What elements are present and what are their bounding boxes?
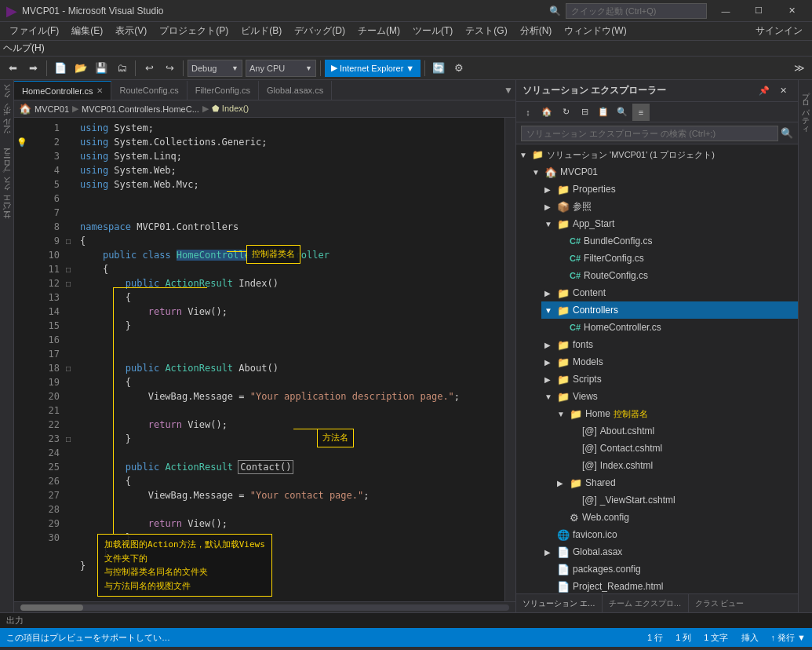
tree-project-mvcp01[interactable]: ▼ 🏠 MVCP01 <box>529 163 798 181</box>
tree-homecontroller[interactable]: C# HomeController.cs 控制器类，控制器名必须以Control… <box>554 319 798 336</box>
undo-button[interactable]: ↩ <box>140 59 158 78</box>
back-button[interactable]: ⬅ <box>3 59 22 78</box>
tree-globalasax[interactable]: ▶ 📄 Global.asax <box>541 543 798 561</box>
minimize-button[interactable]: — <box>712 0 740 22</box>
menu-file[interactable]: ファイル(F) <box>3 22 65 41</box>
se-search-input[interactable] <box>521 126 778 141</box>
menu-window[interactable]: ウィンドウ(W) <box>558 22 632 41</box>
close-button[interactable]: ✕ <box>777 0 806 22</box>
toolbar-more[interactable]: ≫ <box>790 59 809 78</box>
tab-overflow-button[interactable]: ▼ <box>501 81 515 100</box>
menu-test[interactable]: テスト(G) <box>459 22 513 41</box>
se-properties-button[interactable]: ≡ <box>632 104 650 121</box>
quick-launch-input[interactable] <box>566 3 707 19</box>
save-all-button[interactable]: 🗂 <box>112 59 131 78</box>
output-bar: 出力 <box>0 612 812 628</box>
se-tab-team[interactable]: チーム エクスプロ… <box>603 594 689 613</box>
tree-references[interactable]: ▶ 📦 参照 <box>541 198 798 215</box>
status-row: 1 行 <box>647 632 663 644</box>
se-tab-class[interactable]: クラス ビュー <box>689 594 751 613</box>
tree-routeconfig[interactable]: C# RouteConfig.cs <box>554 267 798 284</box>
se-tab-solution[interactable]: ソリューション エ… <box>516 594 603 613</box>
forward-button[interactable]: ➡ <box>24 59 42 78</box>
menu-analyze[interactable]: 分析(N) <box>514 22 559 41</box>
maximize-button[interactable]: ☐ <box>745 0 773 22</box>
tree-properties[interactable]: ▶ 📁 Properties <box>541 181 798 198</box>
start-button[interactable]: ▶ Internet Explorer ▼ <box>325 60 421 77</box>
se-pin-button[interactable]: 📌 <box>756 82 773 100</box>
lightbulb-icon[interactable]: 💡 <box>16 137 27 148</box>
tree-content[interactable]: ▶ 📁 Content <box>541 284 798 301</box>
tree-app-start[interactable]: ▼ 📁 App_Start <box>541 215 798 232</box>
se-close-button[interactable]: ✕ <box>774 82 792 100</box>
tree-solution-root[interactable]: ▼ 📁 ソリューション 'MVCP01' (1 プロジェクト) <box>516 146 798 163</box>
breadcrumb-method[interactable]: ⬟ Index() <box>212 104 249 114</box>
debug-mode-dropdown[interactable]: Debug ▼ <box>188 60 242 77</box>
menu-build[interactable]: ビルド(B) <box>235 22 288 41</box>
settings-button[interactable]: ⚙ <box>450 59 468 78</box>
toolbar: ⬅ ➡ 📄 📂 💾 🗂 ↩ ↪ Debug ▼ Any CPU ▼ ▶ Inte… <box>0 57 812 80</box>
se-sync-button[interactable]: ↕ <box>519 104 537 121</box>
se-home-button[interactable]: 🏠 <box>538 104 555 121</box>
tree-viewstart[interactable]: [@] _ViewStart.cshtml <box>566 491 798 509</box>
status-launch[interactable]: ↑ 発行 ▼ <box>771 632 807 644</box>
se-filter-button[interactable]: 🔍 <box>614 104 631 121</box>
new-project-button[interactable]: 📄 <box>51 59 70 78</box>
menu-project[interactable]: プロジェクト(P) <box>153 22 235 41</box>
tree-project-label: MVCP01 <box>560 166 598 177</box>
tree-controllers[interactable]: ▼ 📁 Controllers <box>541 301 798 319</box>
status-chars: 1 文字 <box>704 632 728 644</box>
menu-signin[interactable]: サインイン <box>749 22 809 41</box>
tree-index[interactable]: [@] Index.cshtml <box>566 457 798 474</box>
se-refresh-button[interactable]: ↻ <box>557 104 574 121</box>
cpu-dropdown[interactable]: Any CPU ▼ <box>246 60 316 77</box>
save-button[interactable]: 💾 <box>92 59 111 78</box>
solution-explorer-title: ソリューション エクスプローラー <box>523 84 756 97</box>
code-content[interactable]: using System; using System.Collections.G… <box>74 118 504 601</box>
se-search-icon[interactable]: 🔍 <box>781 127 793 139</box>
menu-tools[interactable]: ツール(T) <box>406 22 459 41</box>
breadcrumb-namespace[interactable]: MVCP01.Controllers.HomeC... <box>82 104 199 114</box>
tree-projectreadme[interactable]: 📄 Project_Readme.html <box>541 578 798 593</box>
menu-view[interactable]: 表示(V) <box>109 22 153 41</box>
tree-shared[interactable]: ▶ 📁 Shared <box>554 474 798 491</box>
tab-globalasax[interactable]: Global.asax.cs <box>259 81 332 100</box>
tab-homecontroller[interactable]: HomeController.cs ✕ <box>14 81 111 100</box>
tree-views[interactable]: ▼ 📁 Views <box>541 388 798 405</box>
tree-filterconfig[interactable]: C# FilterConfig.cs <box>554 250 798 267</box>
se-show-all-button[interactable]: 📋 <box>595 104 612 121</box>
tab-homecontroller-close[interactable]: ✕ <box>96 86 103 95</box>
annotation-load-view: 加载视图的Action方法，默认加载Views 文件夹下的 与控制器类名同名的文… <box>97 534 272 597</box>
horizontal-scrollbar[interactable] <box>20 604 509 611</box>
se-collapse-button[interactable]: ⊟ <box>576 104 593 121</box>
status-mode: 挿入 <box>741 632 759 644</box>
right-sidebar-tab[interactable]: プロパティ <box>799 83 813 133</box>
left-sidebar: ツールボックス サーバー エクスプローラー <box>0 80 14 612</box>
editor-scrollbar[interactable] <box>504 118 515 601</box>
tab-routeconfig[interactable]: RouteConfig.cs <box>111 81 187 100</box>
tree-packages[interactable]: 📄 packages.config <box>541 561 798 578</box>
refresh-button[interactable]: 🔄 <box>429 59 448 78</box>
left-sidebar-tab-toolbox[interactable]: ツールボックス <box>0 83 14 142</box>
vs-logo-icon: ▶ <box>6 2 17 20</box>
quick-launch-icon: 🔍 <box>549 5 561 16</box>
tree-views-webconfig[interactable]: ⚙ Web.config <box>554 509 798 526</box>
left-sidebar-tab-server[interactable]: サーバー エクスプローラー <box>0 150 14 228</box>
tree-scripts[interactable]: ▶ 📁 Scripts <box>541 371 798 388</box>
open-button[interactable]: 📂 <box>71 59 90 78</box>
tree-about[interactable]: [@] About.cshtml <box>566 422 798 440</box>
tree-favicon[interactable]: 🌐 favicon.ico <box>541 526 798 543</box>
tree-bundleconfig[interactable]: C# BundleConfig.cs <box>554 232 798 250</box>
tree-fonts[interactable]: ▶ 📁 fonts <box>541 336 798 353</box>
menu-debug[interactable]: デバッグ(D) <box>288 22 351 41</box>
breadcrumb-project[interactable]: MVCP01 <box>35 104 69 114</box>
menu-team[interactable]: チーム(M) <box>351 22 406 41</box>
tree-home-folder[interactable]: ▼ 📁 Home 控制器名 控制器中方法名对应视图 <box>554 405 798 422</box>
redo-button[interactable]: ↪ <box>160 59 179 78</box>
tab-filterconfig[interactable]: FilterConfig.cs <box>188 81 259 100</box>
tab-bar: HomeController.cs ✕ RouteConfig.cs Filte… <box>14 80 515 100</box>
tree-models[interactable]: ▶ 📁 Models <box>541 353 798 371</box>
menu-help[interactable]: ヘルプ(H) <box>3 42 45 55</box>
menu-edit[interactable]: 編集(E) <box>65 22 109 41</box>
tree-contact[interactable]: [@] Contact.cshtml <box>566 440 798 457</box>
